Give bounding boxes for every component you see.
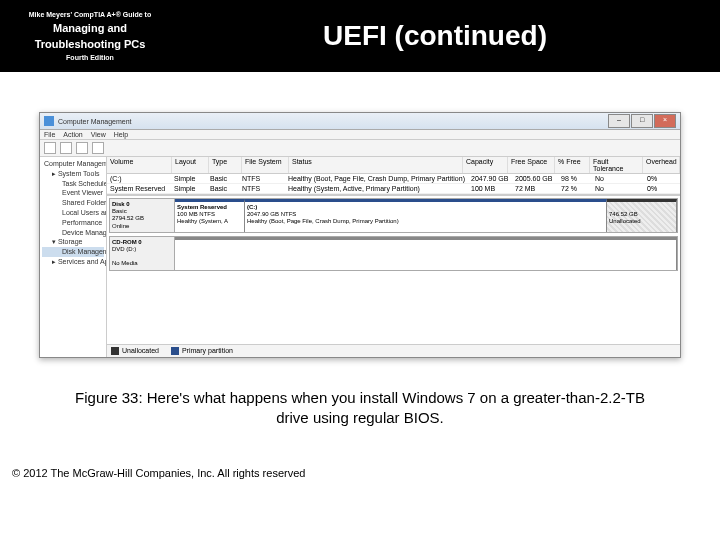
window-controls: – □ × [608,114,676,128]
help-icon[interactable] [92,142,104,154]
figure-caption: Figure 33: Here's what happens when you … [70,388,650,427]
col-volume[interactable]: Volume [107,157,172,173]
tree-services[interactable]: ▸ Services and Applications [42,257,104,267]
book-title-2: Troubleshooting PCs [15,37,165,51]
menu-action[interactable]: Action [63,131,82,138]
tree-system-tools[interactable]: ▸ System Tools [42,169,104,179]
col-fs[interactable]: File System [242,157,289,173]
tree-disk-management[interactable]: Disk Management [42,247,104,257]
legend-primary: Primary partition [171,347,233,355]
slide-title: UEFI (continued) [165,20,705,52]
book-info: Mike Meyers' CompTIA A+® Guide to Managi… [15,10,165,63]
col-layout[interactable]: Layout [172,157,209,173]
window-title: Computer Management [58,118,608,125]
col-pct[interactable]: % Free [555,157,590,173]
minimize-button[interactable]: – [608,114,630,128]
volume-row-sys[interactable]: System Reserved Simple Basic NTFS Health… [107,184,680,194]
slide-content: Computer Management – □ × File Action Vi… [0,72,720,467]
back-icon[interactable] [44,142,56,154]
cdrom-label: CD-ROM 0 DVD (D:) No Media [110,237,175,270]
copyright: © 2012 The McGraw-Hill Companies, Inc. A… [0,467,720,479]
volume-header: Volume Layout Type File System Status Ca… [107,157,680,174]
tree-local-users[interactable]: Local Users and Groups [42,208,104,218]
nav-tree[interactable]: Computer Management (Local) ▸ System Too… [40,157,107,357]
refresh-icon[interactable] [76,142,88,154]
menubar: File Action View Help [40,130,680,140]
col-ov[interactable]: Overhead [643,157,680,173]
legend-unallocated: Unallocated [111,347,159,355]
app-icon [44,116,54,126]
maximize-button[interactable]: □ [631,114,653,128]
col-free[interactable]: Free Space [508,157,555,173]
col-status[interactable]: Status [289,157,463,173]
book-title-1: Managing and [15,21,165,35]
toolbar [40,140,680,157]
cdrom-partition [175,237,677,270]
disk0-label: Disk 0 Basic 2794.52 GB Online [110,199,175,232]
computer-management-window: Computer Management – □ × File Action Vi… [39,112,681,358]
tree-task-scheduler[interactable]: Task Scheduler [42,179,104,189]
cdrom-row[interactable]: CD-ROM 0 DVD (D:) No Media [109,236,678,271]
col-ft[interactable]: Fault Tolerance [590,157,643,173]
menu-file[interactable]: File [44,131,55,138]
disk0-bar: System Reserved 100 MB NTFS Healthy (Sys… [175,199,677,232]
col-type[interactable]: Type [209,157,242,173]
window-body: Computer Management (Local) ▸ System Too… [40,157,680,357]
menu-help[interactable]: Help [114,131,128,138]
partition-system-reserved[interactable]: System Reserved 100 MB NTFS Healthy (Sys… [175,199,245,232]
menu-view[interactable]: View [91,131,106,138]
volume-row-c[interactable]: (C:) Simple Basic NTFS Healthy (Boot, Pa… [107,174,680,184]
tree-device-manager[interactable]: Device Manager [42,228,104,238]
titlebar: Computer Management – □ × [40,113,680,130]
tree-shared-folders[interactable]: Shared Folders [42,198,104,208]
slide-header: Mike Meyers' CompTIA A+® Guide to Managi… [0,0,720,72]
cdrom-bar [175,237,677,270]
right-pane: Volume Layout Type File System Status Ca… [107,157,680,357]
disk0-row[interactable]: Disk 0 Basic 2794.52 GB Online System Re… [109,198,678,233]
tree-root[interactable]: Computer Management (Local) [42,159,104,169]
partition-c[interactable]: (C:) 2047.90 GB NTFS Healthy (Boot, Page… [245,199,607,232]
tree-storage[interactable]: ▾ Storage [42,237,104,247]
col-capacity[interactable]: Capacity [463,157,508,173]
tree-event-viewer[interactable]: Event Viewer [42,188,104,198]
disk-map: Disk 0 Basic 2794.52 GB Online System Re… [107,194,680,344]
legend: Unallocated Primary partition [107,344,680,357]
tree-performance[interactable]: Performance [42,218,104,228]
partition-unallocated[interactable]: 746.52 GB Unallocated [607,199,677,232]
forward-icon[interactable] [60,142,72,154]
guide-line: Mike Meyers' CompTIA A+® Guide to [15,10,165,19]
edition: Fourth Edition [15,53,165,62]
close-button[interactable]: × [654,114,676,128]
